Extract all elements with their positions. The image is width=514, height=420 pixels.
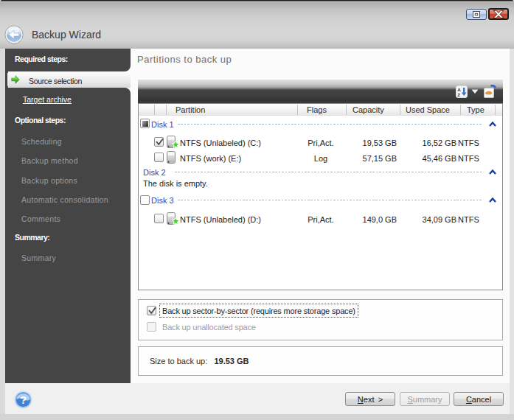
- svg-text:?: ?: [20, 394, 27, 406]
- svg-text:A: A: [457, 87, 461, 92]
- svg-text:Z: Z: [457, 92, 460, 97]
